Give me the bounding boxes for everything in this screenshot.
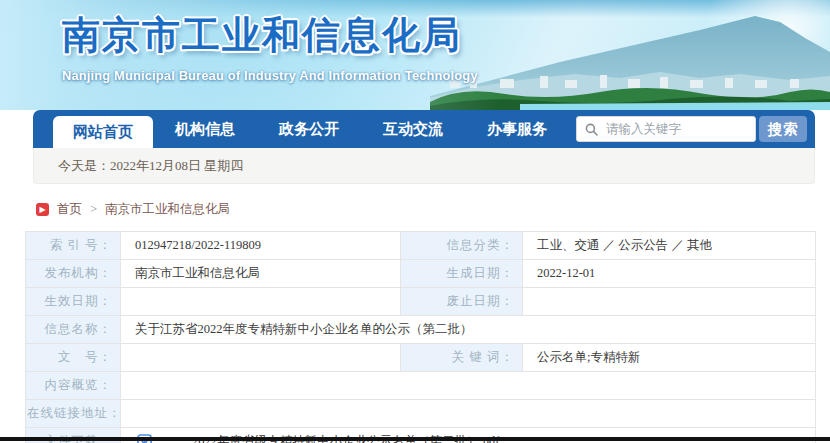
breadcrumb-marker-icon: ▶ [36, 203, 49, 216]
page: 南京市工业和信息化局 Nanjing Municipal Bureau of I… [0, 0, 830, 443]
search-input[interactable] [604, 121, 728, 137]
table-row: 在线链接地址： [26, 400, 816, 428]
breadcrumb-separator: > [90, 202, 97, 217]
search-field[interactable] [576, 116, 756, 142]
search-icon [585, 123, 598, 136]
value-effective-date [121, 288, 401, 316]
table-row: 生效日期： 废止日期： [26, 288, 816, 316]
breadcrumb: ▶ 首页 > 南京市工业和信息化局 [36, 201, 230, 218]
value-publish-date: 2022-12-01 [523, 260, 816, 288]
value-doc-number [121, 344, 401, 372]
label-info-category: 信息分类： [401, 232, 523, 260]
today-date: 今天是：2022年12月08日 星期四 [58, 157, 243, 175]
label-effective-date: 生效日期： [26, 288, 121, 316]
site-subtitle: Nanjing Municipal Bureau of Industry And… [62, 68, 478, 83]
label-online-link: 在线链接地址： [26, 400, 121, 428]
table-row: 内容概览： [26, 372, 816, 400]
label-expiry-date: 废止日期： [401, 288, 523, 316]
value-publisher: 南京市工业和信息化局 [121, 260, 401, 288]
value-keywords: 公示名单;专精特新 [523, 344, 816, 372]
tab-gov-disclosure[interactable]: 政务公开 [257, 110, 361, 148]
breadcrumb-home[interactable]: 首页 [57, 201, 82, 218]
value-content-overview [121, 372, 816, 400]
document-meta-table: 索 引 号： 012947218/2022-119809 信息分类： 工业、交通… [25, 231, 816, 443]
value-online-link [121, 400, 816, 428]
label-publisher: 发布机构： [26, 260, 121, 288]
tab-org-info[interactable]: 机构信息 [153, 110, 257, 148]
tab-home[interactable]: 网站首页 [53, 116, 153, 148]
tab-interaction[interactable]: 互动交流 [361, 110, 465, 148]
table-row: 发布机构： 南京市工业和信息化局 生成日期： 2022-12-01 [26, 260, 816, 288]
nav-tabs: 网站首页 机构信息 政务公开 互动交流 办事服务 [53, 110, 569, 148]
value-expiry-date [523, 288, 816, 316]
label-info-name: 信息名称： [26, 316, 121, 344]
table-row: 索 引 号： 012947218/2022-119809 信息分类： 工业、交通… [26, 232, 816, 260]
label-publish-date: 生成日期： [401, 260, 523, 288]
tab-services[interactable]: 办事服务 [465, 110, 569, 148]
label-doc-number: 文 号： [26, 344, 121, 372]
site-title: 南京市工业和信息化局 [62, 10, 478, 61]
search-button[interactable]: 搜索 [759, 116, 807, 142]
label-content-overview: 内容概览： [26, 372, 121, 400]
label-keywords: 关 键 词： [401, 344, 523, 372]
header-banner: 南京市工业和信息化局 Nanjing Municipal Bureau of I… [0, 0, 830, 110]
search-box: 搜索 [576, 116, 807, 142]
table-row: 文 号： 关 键 词： 公示名单;专精特新 [26, 344, 816, 372]
value-info-name: 关于江苏省2022年度专精特新中小企业名单的公示（第二批） [121, 316, 816, 344]
table-row: 信息名称： 关于江苏省2022年度专精特新中小企业名单的公示（第二批） [26, 316, 816, 344]
date-bar: 今天是：2022年12月08日 星期四 [33, 148, 815, 184]
label-index-number: 索 引 号： [26, 232, 121, 260]
value-info-category: 工业、交通 ／ 公示公告 ／ 其他 [523, 232, 816, 260]
breadcrumb-current[interactable]: 南京市工业和信息化局 [105, 201, 230, 218]
value-index-number: 012947218/2022-119809 [121, 232, 401, 260]
main-nav: 网站首页 机构信息 政务公开 互动交流 办事服务 搜索 [33, 110, 815, 148]
bottom-divider [0, 437, 830, 441]
